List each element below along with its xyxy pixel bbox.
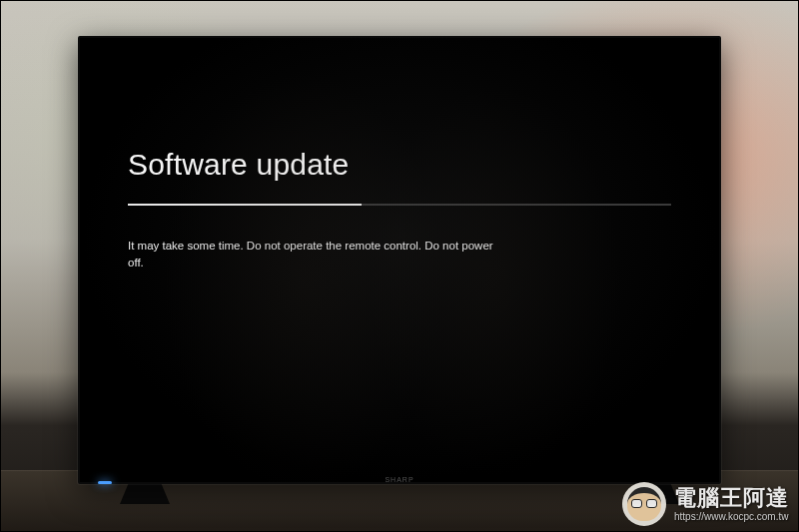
watermark-url: https://www.kocpc.com.tw <box>674 511 789 522</box>
watermark-title: 電腦王阿達 <box>674 486 789 510</box>
progress-bar <box>128 204 671 206</box>
tv-power-led-icon <box>98 481 112 484</box>
watermark: 電腦王阿達 https://www.kocpc.com.tw <box>622 482 789 526</box>
tv-screen: Software update It may take some time. D… <box>80 38 719 482</box>
tv-bezel: Software update It may take some time. D… <box>78 36 721 484</box>
watermark-text: 電腦王阿達 https://www.kocpc.com.tw <box>674 486 789 521</box>
watermark-avatar-icon <box>622 482 666 526</box>
update-message: It may take some time. Do not operate th… <box>128 238 507 272</box>
tv-brand-label: SHARP <box>385 476 413 483</box>
progress-fill <box>128 204 362 206</box>
update-title: Software update <box>128 148 671 182</box>
